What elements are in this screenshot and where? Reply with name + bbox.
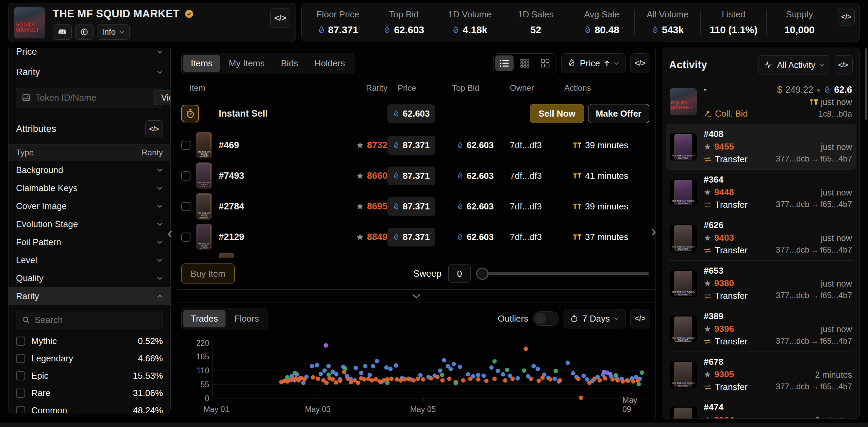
data-point-sales-blue[interactable]	[394, 363, 398, 368]
data-point-sales-blue[interactable]	[458, 365, 462, 369]
data-point-sales-green[interactable]	[613, 373, 618, 377]
data-point-sales-blue[interactable]	[438, 368, 442, 373]
data-point-sales-orange[interactable]	[316, 377, 320, 381]
data-point-sales-orange[interactable]	[576, 377, 581, 381]
attribute-row-evolution-stage[interactable]: Evolution Stage	[16, 215, 163, 233]
rarity-option-mythic[interactable]: Mythic0.52%	[16, 332, 163, 350]
activity-item[interactable]: ITS THE MF SQUID MARKET #389 9396 Transf…	[666, 306, 856, 352]
activity-item-bid[interactable]: SQUID MARKET - . Coll. Bid $ 249.22 ● 62…	[666, 79, 856, 124]
chart-tab-floors[interactable]: Floors	[227, 310, 266, 327]
data-point-sales-orange[interactable]	[503, 378, 507, 382]
data-point-sales-blue[interactable]	[552, 377, 557, 381]
bidder-address[interactable]: 1c8...b0a	[818, 109, 852, 119]
data-point-sales-orange[interactable]	[579, 395, 583, 400]
activity-filter-dropdown[interactable]: All Activity	[758, 55, 830, 74]
data-point-sales-green[interactable]	[327, 372, 331, 377]
data-point-sales-blue[interactable]	[481, 374, 486, 378]
data-point-sales-blue[interactable]	[384, 365, 389, 370]
data-point-sales-green[interactable]	[553, 369, 558, 373]
table-row[interactable]: ITS THE MF SQUID MARKET #2129 8849 87.37…	[177, 222, 655, 252]
data-point-sales-purple[interactable]	[602, 370, 606, 374]
row-checkbox[interactable]	[181, 233, 190, 242]
time-range-dropdown[interactable]: 7 Days	[564, 309, 625, 328]
data-point-sales-blue[interactable]	[310, 364, 314, 368]
data-point-sales-green[interactable]	[440, 373, 444, 377]
attribute-row-quality[interactable]: Quality	[16, 269, 163, 287]
checkbox[interactable]	[16, 406, 25, 413]
data-point-sales-blue[interactable]	[315, 363, 319, 368]
outliers-toggle[interactable]	[533, 311, 559, 326]
data-point-sales-blue[interactable]	[571, 371, 575, 375]
data-point-sales-green[interactable]	[636, 382, 641, 387]
data-point-sales-blue[interactable]	[516, 376, 520, 380]
table-row[interactable]: ITS THE MF SQUID MARKET #7493 8660 87.37…	[177, 160, 655, 191]
data-point-sales-orange[interactable]	[558, 378, 562, 382]
data-point-sales-blue[interactable]	[566, 360, 570, 365]
data-point-sales-orange[interactable]	[603, 376, 607, 380]
stats-code-button[interactable]: </>	[838, 8, 855, 25]
sweep-slider[interactable]	[478, 272, 649, 275]
data-point-sales-green[interactable]	[285, 375, 290, 380]
data-point-sales-orange[interactable]	[412, 378, 416, 382]
data-point-sales-green[interactable]	[343, 366, 348, 371]
attribute-row-foil-pattern[interactable]: Foil Pattern	[16, 233, 163, 251]
buy-item-button[interactable]: Buy Item	[181, 263, 235, 284]
data-point-sales-orange[interactable]	[548, 377, 553, 382]
checkbox[interactable]	[16, 389, 25, 398]
attribute-row-rarity-active[interactable]: Rarity	[9, 287, 170, 305]
data-point-sales-green[interactable]	[493, 359, 497, 364]
checkbox[interactable]	[16, 354, 25, 363]
activity-addresses[interactable]: 377...dcb→f65...4b7	[776, 154, 852, 164]
data-point-sales-orange[interactable]	[416, 377, 420, 381]
attribute-row-claimable-keys[interactable]: Claimable Keys	[16, 179, 163, 197]
data-point-sales-orange[interactable]	[537, 379, 541, 383]
data-point-sales-purple[interactable]	[608, 372, 613, 376]
activity-addresses[interactable]: 377...dcb→f65...4b7	[776, 336, 852, 346]
item-owner[interactable]: 7df...df3	[510, 201, 564, 212]
data-point-sales-blue[interactable]	[451, 362, 456, 366]
data-point-sales-orange[interactable]	[377, 379, 382, 383]
checkbox[interactable]	[16, 371, 25, 380]
data-point-sales-purple[interactable]	[324, 343, 328, 347]
data-point-sales-blue[interactable]	[466, 372, 470, 376]
activity-addresses[interactable]: 377...dcb→f65...4b7	[776, 245, 852, 255]
activity-addresses[interactable]: 377...dcb→f65...4b7	[776, 200, 852, 209]
data-point-sales-orange[interactable]	[356, 380, 360, 385]
checkbox[interactable]	[16, 337, 25, 346]
rarity-option-common[interactable]: Common48.24%	[16, 402, 163, 413]
data-point-sales-blue[interactable]	[531, 364, 536, 369]
chart-tab-trades[interactable]: Trades	[183, 310, 226, 327]
sweep-input[interactable]	[448, 264, 471, 283]
data-point-sales-blue[interactable]	[375, 359, 379, 363]
activity-code-button[interactable]: </>	[834, 55, 853, 74]
data-point-sales-orange[interactable]	[338, 379, 343, 383]
table-row[interactable]: ITS THE MF SQUID MARKET #2784 8695 87.37…	[177, 191, 655, 222]
data-point-sales-orange[interactable]	[484, 379, 488, 383]
list-view-button[interactable]	[495, 55, 514, 71]
data-point-sales-blue[interactable]	[371, 364, 375, 369]
data-point-sales-orange[interactable]	[587, 380, 591, 385]
data-point-sales-orange[interactable]	[421, 377, 425, 382]
collapse-activity-chevron[interactable]: ›	[651, 223, 656, 239]
activity-addresses[interactable]: 377...dcb→f65...4b7	[776, 382, 852, 391]
activity-item[interactable]: ITS THE MF SQUID MARKET #626 9403 Transf…	[666, 215, 856, 260]
data-point-sales-orange[interactable]	[362, 377, 367, 382]
data-point-sales-blue[interactable]	[476, 373, 481, 377]
data-point-sales-blue[interactable]	[536, 366, 540, 371]
discord-button[interactable]	[53, 24, 72, 40]
data-point-sales-orange[interactable]	[302, 377, 306, 382]
data-point-sales-blue[interactable]	[327, 364, 331, 368]
items-code-button[interactable]: </>	[630, 53, 650, 73]
tab-items[interactable]: Items	[183, 55, 220, 72]
rarity-option-rare[interactable]: Rare31.06%	[16, 385, 163, 402]
data-point-sales-blue[interactable]	[322, 368, 327, 373]
data-point-sales-green[interactable]	[454, 381, 458, 386]
data-point-sales-orange[interactable]	[592, 377, 597, 381]
sell-now-button[interactable]: Sell Now	[530, 104, 584, 123]
row-checkbox[interactable]	[181, 171, 190, 181]
data-point-sales-blue[interactable]	[363, 364, 368, 368]
data-point-sales-orange[interactable]	[616, 378, 620, 382]
sweep-slider-handle[interactable]	[476, 268, 488, 280]
data-point-sales-orange[interactable]	[447, 377, 452, 381]
data-point-sales-blue[interactable]	[354, 366, 358, 370]
